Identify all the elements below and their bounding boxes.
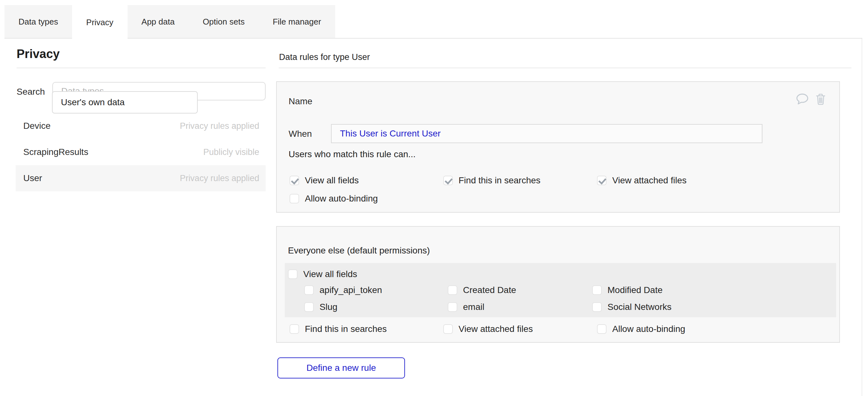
- checkbox-icon[interactable]: [597, 176, 607, 185]
- field-slug[interactable]: Slug: [304, 302, 448, 312]
- checkbox-icon[interactable]: [289, 194, 299, 204]
- rule-condition-value[interactable]: This User is Current User: [340, 128, 441, 139]
- match-intro-text: Users who match this rule can...: [288, 149, 415, 159]
- checkbox-icon[interactable]: [304, 285, 314, 295]
- section-divider: [279, 68, 851, 68]
- field-label: apify_api_token: [319, 285, 382, 295]
- privacy-status: Privacy rules applied: [180, 174, 259, 183]
- panel-right-border: [862, 38, 862, 396]
- default-view-attached-files[interactable]: View attached files: [443, 324, 597, 334]
- tab-privacy[interactable]: Privacy: [72, 5, 127, 40]
- privacy-status: Privacy rules applied: [180, 121, 259, 131]
- field-apify-api-token[interactable]: apify_api_token: [304, 285, 448, 295]
- default-view-all-fields[interactable]: View all fields: [288, 269, 357, 279]
- privacy-status: Publicly visible: [203, 147, 259, 157]
- data-type-name: ScrapingResults: [23, 147, 88, 157]
- checkbox-icon[interactable]: [597, 324, 607, 334]
- field-label: Created Date: [463, 285, 516, 295]
- default-find-in-searches[interactable]: Find this in searches: [289, 324, 443, 334]
- checkbox-icon[interactable]: [304, 302, 314, 312]
- trash-icon[interactable]: [816, 93, 826, 105]
- list-item-user[interactable]: User Privacy rules applied: [16, 165, 266, 191]
- tab-file-manager[interactable]: File manager: [259, 5, 335, 38]
- data-type-name: User: [23, 173, 42, 183]
- permission-label: View all fields: [303, 269, 357, 279]
- section-heading: Data rules for type User: [279, 52, 370, 62]
- tab-option-sets[interactable]: Option sets: [189, 5, 259, 38]
- rule-permissions-grid: View all fields Find this in searches Vi…: [289, 175, 687, 204]
- permission-label: Allow auto-binding: [305, 193, 378, 204]
- field-created-date[interactable]: Created Date: [448, 285, 592, 295]
- rule-card-actions: [796, 93, 826, 105]
- rule-name-input[interactable]: [52, 91, 198, 114]
- field-label: Modified Date: [608, 285, 663, 295]
- permission-view-attached-files[interactable]: View attached files: [597, 175, 687, 186]
- comment-icon[interactable]: [796, 93, 809, 105]
- permission-label: Find this in searches: [459, 175, 540, 186]
- tab-bar-underline: [4, 38, 862, 38]
- default-permissions-title: Everyone else (default permissions): [288, 245, 430, 256]
- field-email[interactable]: email: [448, 302, 592, 312]
- field-label: Slug: [319, 302, 337, 312]
- define-new-rule-button[interactable]: Define a new rule: [277, 358, 405, 378]
- field-modified-date[interactable]: Modified Date: [592, 285, 672, 295]
- rule-name-label: Name: [288, 96, 312, 106]
- checkbox-icon[interactable]: [448, 285, 457, 295]
- tab-bar: Data types Privacy App data Option sets …: [4, 5, 335, 38]
- checkbox-icon[interactable]: [289, 324, 299, 334]
- data-type-list: Device Privacy rules applied ScrapingRes…: [16, 113, 266, 191]
- list-item-scrapingresults[interactable]: ScrapingResults Publicly visible: [16, 139, 266, 165]
- sidebar-divider: [17, 68, 266, 68]
- tab-app-data[interactable]: App data: [128, 5, 189, 38]
- checkbox-icon[interactable]: [443, 176, 453, 185]
- permission-label: View all fields: [305, 175, 359, 186]
- search-label: Search: [17, 87, 45, 97]
- permission-label: Find this in searches: [305, 324, 387, 334]
- permission-find-in-searches[interactable]: Find this in searches: [443, 175, 597, 186]
- list-item-device[interactable]: Device Privacy rules applied: [16, 113, 266, 139]
- rule-when-label: When: [288, 129, 312, 139]
- checkbox-icon[interactable]: [592, 302, 602, 312]
- default-allow-auto-binding[interactable]: Allow auto-binding: [597, 324, 685, 334]
- field-label: Social Networks: [608, 302, 672, 312]
- rule-condition-box[interactable]: This User is Current User: [331, 124, 763, 143]
- permission-allow-auto-binding[interactable]: Allow auto-binding: [289, 193, 443, 204]
- permission-label: Allow auto-binding: [612, 324, 685, 334]
- field-checkbox-grid: apify_api_token Created Date Modified Da…: [304, 285, 672, 312]
- checkbox-icon[interactable]: [448, 302, 457, 312]
- permission-view-all-fields[interactable]: View all fields: [289, 175, 443, 186]
- default-permissions-grid: Find this in searches View attached file…: [289, 324, 685, 334]
- field-social-networks[interactable]: Social Networks: [592, 302, 672, 312]
- page-title: Privacy: [17, 47, 60, 61]
- checkbox-icon[interactable]: [289, 176, 299, 185]
- permission-label: View attached files: [612, 175, 687, 186]
- data-type-name: Device: [23, 121, 51, 131]
- field-label: email: [463, 302, 485, 312]
- permission-label: View attached files: [459, 324, 533, 334]
- checkbox-icon[interactable]: [443, 324, 453, 334]
- checkbox-icon[interactable]: [288, 269, 298, 279]
- checkbox-icon[interactable]: [592, 285, 602, 295]
- tab-data-types[interactable]: Data types: [4, 5, 72, 38]
